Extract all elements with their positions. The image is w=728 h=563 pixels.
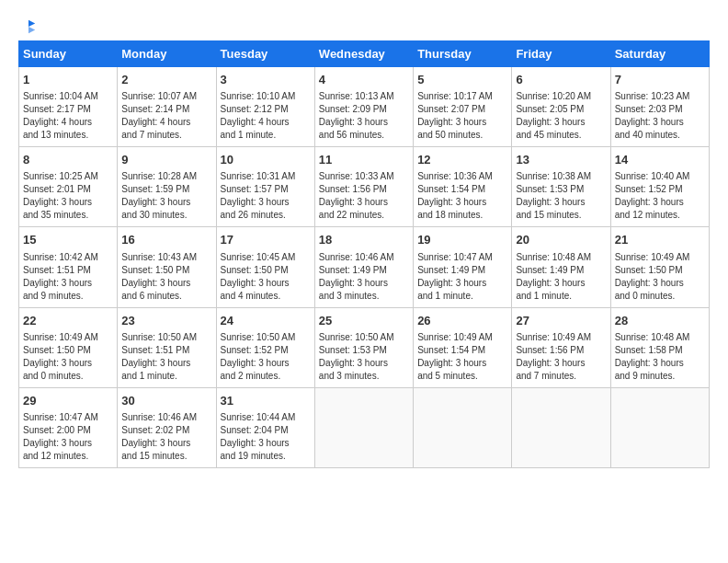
calendar-week-3: 15Sunrise: 10:42 AMSunset: 1:51 PMDaylig… — [19, 227, 710, 307]
day-info: Sunrise: 10:45 AMSunset: 1:50 PMDaylight… — [221, 251, 311, 303]
day-number: 7 — [615, 72, 705, 88]
calendar-cell: 14Sunrise: 10:40 AMSunset: 1:52 PMDaylig… — [610, 147, 709, 227]
calendar-week-5: 29Sunrise: 10:47 AMSunset: 2:00 PMDaylig… — [19, 387, 710, 467]
day-number: 20 — [516, 232, 606, 248]
day-info: Sunrise: 10:42 AMSunset: 1:51 PMDaylight… — [23, 251, 113, 303]
calendar-cell: 30Sunrise: 10:46 AMSunset: 2:02 PMDaylig… — [118, 387, 216, 467]
calendar-header-row: SundayMondayTuesdayWednesdayThursdayFrid… — [19, 41, 710, 67]
day-number: 14 — [615, 152, 705, 168]
day-info: Sunrise: 10:43 AMSunset: 1:50 PMDaylight… — [121, 251, 211, 303]
calendar-cell: 19Sunrise: 10:47 AMSunset: 1:49 PMDaylig… — [414, 227, 512, 307]
day-number: 27 — [516, 313, 606, 329]
day-number: 13 — [516, 152, 606, 168]
calendar-cell — [610, 387, 709, 467]
day-number: 31 — [221, 393, 311, 409]
day-info: Sunrise: 10:23 AMSunset: 2:03 PMDaylight… — [615, 90, 705, 142]
calendar-cell: 18Sunrise: 10:46 AMSunset: 1:49 PMDaylig… — [314, 227, 413, 307]
calendar-cell: 6Sunrise: 10:20 AMSunset: 2:05 PMDayligh… — [512, 67, 610, 147]
calendar-cell: 16Sunrise: 10:43 AMSunset: 1:50 PMDaylig… — [118, 227, 216, 307]
day-info: Sunrise: 10:20 AMSunset: 2:05 PMDaylight… — [516, 90, 606, 142]
day-number: 28 — [615, 313, 705, 329]
day-number: 17 — [221, 232, 311, 248]
day-info: Sunrise: 10:48 AMSunset: 1:58 PMDaylight… — [615, 331, 705, 383]
day-number: 5 — [417, 72, 507, 88]
calendar-cell — [314, 387, 413, 467]
calendar-cell: 29Sunrise: 10:47 AMSunset: 2:00 PMDaylig… — [19, 387, 118, 467]
day-info: Sunrise: 10:49 AMSunset: 1:50 PMDaylight… — [615, 251, 705, 303]
day-info: Sunrise: 10:46 AMSunset: 1:49 PMDaylight… — [319, 251, 409, 303]
calendar-cell: 26Sunrise: 10:49 AMSunset: 1:54 PMDaylig… — [414, 307, 512, 387]
day-number: 25 — [319, 313, 409, 329]
day-number: 19 — [417, 232, 507, 248]
page-header — [18, 18, 710, 31]
day-number: 10 — [221, 152, 311, 168]
calendar-cell: 31Sunrise: 10:44 AMSunset: 2:04 PMDaylig… — [216, 387, 314, 467]
calendar-cell: 4Sunrise: 10:13 AMSunset: 2:09 PMDayligh… — [314, 67, 413, 147]
day-info: Sunrise: 10:13 AMSunset: 2:09 PMDaylight… — [319, 90, 409, 142]
day-info: Sunrise: 10:49 AMSunset: 1:54 PMDaylight… — [417, 331, 507, 383]
calendar-cell: 12Sunrise: 10:36 AMSunset: 1:54 PMDaylig… — [414, 147, 512, 227]
day-number: 6 — [516, 72, 606, 88]
calendar-cell: 2Sunrise: 10:07 AMSunset: 2:14 PMDayligh… — [118, 67, 216, 147]
calendar-cell: 21Sunrise: 10:49 AMSunset: 1:50 PMDaylig… — [610, 227, 709, 307]
svg-marker-0 — [28, 20, 35, 27]
logo — [18, 18, 37, 31]
day-info: Sunrise: 10:25 AMSunset: 2:01 PMDaylight… — [23, 170, 113, 222]
day-number: 30 — [121, 393, 211, 409]
day-info: Sunrise: 10:31 AMSunset: 1:57 PMDaylight… — [221, 170, 311, 222]
calendar-cell: 9Sunrise: 10:28 AMSunset: 1:59 PMDayligh… — [118, 147, 216, 227]
svg-marker-1 — [28, 27, 35, 33]
day-number: 4 — [319, 72, 409, 88]
calendar-cell: 13Sunrise: 10:38 AMSunset: 1:53 PMDaylig… — [512, 147, 610, 227]
day-number: 9 — [121, 152, 211, 168]
day-number: 22 — [23, 313, 113, 329]
day-info: Sunrise: 10:44 AMSunset: 2:04 PMDaylight… — [221, 411, 311, 463]
calendar-cell: 3Sunrise: 10:10 AMSunset: 2:12 PMDayligh… — [216, 67, 314, 147]
calendar-body: 1Sunrise: 10:04 AMSunset: 2:17 PMDayligh… — [19, 67, 710, 468]
day-number: 15 — [23, 232, 113, 248]
calendar-cell: 23Sunrise: 10:50 AMSunset: 1:51 PMDaylig… — [118, 307, 216, 387]
calendar-cell — [414, 387, 512, 467]
day-number: 11 — [319, 152, 409, 168]
calendar-cell: 5Sunrise: 10:17 AMSunset: 2:07 PMDayligh… — [414, 67, 512, 147]
day-number: 24 — [221, 313, 311, 329]
calendar-cell: 1Sunrise: 10:04 AMSunset: 2:17 PMDayligh… — [19, 67, 118, 147]
day-info: Sunrise: 10:49 AMSunset: 1:56 PMDaylight… — [516, 331, 606, 383]
day-number: 23 — [121, 313, 211, 329]
calendar-header-saturday: Saturday — [610, 41, 709, 67]
day-info: Sunrise: 10:33 AMSunset: 1:56 PMDaylight… — [319, 170, 409, 222]
day-number: 21 — [615, 232, 705, 248]
day-info: Sunrise: 10:36 AMSunset: 1:54 PMDaylight… — [417, 170, 507, 222]
calendar-header-thursday: Thursday — [414, 41, 512, 67]
day-info: Sunrise: 10:38 AMSunset: 1:53 PMDaylight… — [516, 170, 606, 222]
day-number: 2 — [121, 72, 211, 88]
calendar-cell: 8Sunrise: 10:25 AMSunset: 2:01 PMDayligh… — [19, 147, 118, 227]
day-number: 8 — [23, 152, 113, 168]
day-info: Sunrise: 10:47 AMSunset: 1:49 PMDaylight… — [417, 251, 507, 303]
day-number: 18 — [319, 232, 409, 248]
day-info: Sunrise: 10:49 AMSunset: 1:50 PMDaylight… — [23, 331, 113, 383]
day-number: 1 — [23, 72, 113, 88]
day-number: 26 — [417, 313, 507, 329]
calendar-header-monday: Monday — [118, 41, 216, 67]
calendar-header-tuesday: Tuesday — [216, 41, 314, 67]
day-info: Sunrise: 10:07 AMSunset: 2:14 PMDaylight… — [121, 90, 211, 142]
calendar-header-wednesday: Wednesday — [314, 41, 413, 67]
day-info: Sunrise: 10:48 AMSunset: 1:49 PMDaylight… — [516, 251, 606, 303]
calendar-cell: 24Sunrise: 10:50 AMSunset: 1:52 PMDaylig… — [216, 307, 314, 387]
day-info: Sunrise: 10:50 AMSunset: 1:51 PMDaylight… — [121, 331, 211, 383]
calendar-cell: 11Sunrise: 10:33 AMSunset: 1:56 PMDaylig… — [314, 147, 413, 227]
day-info: Sunrise: 10:50 AMSunset: 1:52 PMDaylight… — [221, 331, 311, 383]
calendar-cell: 10Sunrise: 10:31 AMSunset: 1:57 PMDaylig… — [216, 147, 314, 227]
day-info: Sunrise: 10:17 AMSunset: 2:07 PMDaylight… — [417, 90, 507, 142]
day-info: Sunrise: 10:46 AMSunset: 2:02 PMDaylight… — [121, 411, 211, 463]
calendar-header-friday: Friday — [512, 41, 610, 67]
calendar-cell: 25Sunrise: 10:50 AMSunset: 1:53 PMDaylig… — [314, 307, 413, 387]
day-number: 16 — [121, 232, 211, 248]
day-info: Sunrise: 10:40 AMSunset: 1:52 PMDaylight… — [615, 170, 705, 222]
calendar-week-1: 1Sunrise: 10:04 AMSunset: 2:17 PMDayligh… — [19, 67, 710, 147]
calendar-cell: 22Sunrise: 10:49 AMSunset: 1:50 PMDaylig… — [19, 307, 118, 387]
day-info: Sunrise: 10:10 AMSunset: 2:12 PMDaylight… — [221, 90, 311, 142]
calendar-cell — [512, 387, 610, 467]
calendar-table: SundayMondayTuesdayWednesdayThursdayFrid… — [18, 40, 710, 468]
